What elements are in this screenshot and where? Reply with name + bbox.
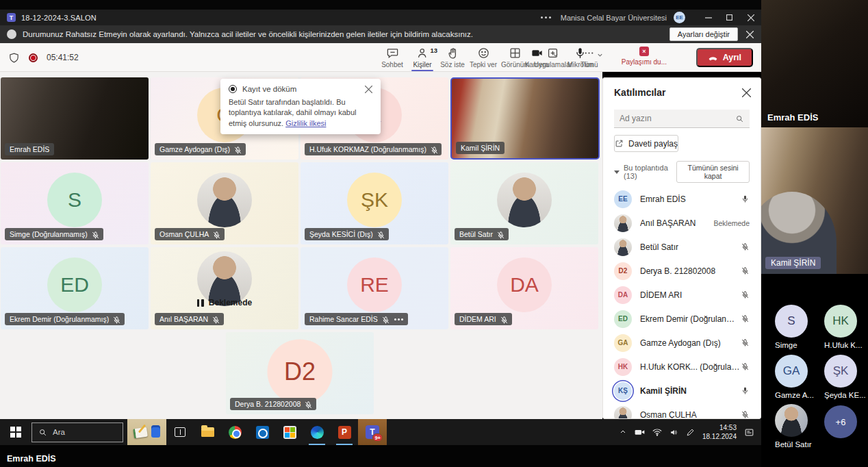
participant-row[interactable]: HK H.Ufuk KORK... (Doğrulanmamış) — [603, 355, 761, 379]
sidebar-thumb-betul[interactable]: Betül Satır — [775, 404, 824, 449]
avatar: D2 — [268, 339, 333, 404]
taskbar-app-edge[interactable] — [303, 419, 331, 445]
action-center-icon[interactable] — [744, 427, 754, 438]
waiting-status: Beklemede — [713, 219, 750, 227]
avatar: S — [775, 305, 808, 338]
stop-sharing-button[interactable]: × Paylaşımı du... — [622, 47, 667, 66]
start-button[interactable] — [0, 419, 31, 445]
camera-chevron-icon[interactable] — [552, 51, 559, 59]
teams-notification-badge: 9+ — [372, 433, 383, 442]
shield-icon[interactable] — [8, 52, 20, 64]
sidebar-video-emrah[interactable]: Emrah EDİS — [761, 0, 868, 127]
leave-button[interactable]: Ayrıl — [696, 48, 753, 67]
close-recording-banner-icon[interactable] — [365, 86, 372, 93]
video-tile-ekrem[interactable]: ED Ekrem Demir (Doğrulanmamış) — [1, 247, 149, 329]
mic-off-icon[interactable] — [741, 266, 750, 275]
close-button[interactable] — [740, 10, 761, 25]
search-input[interactable] — [620, 114, 735, 123]
tab-raise-hand[interactable]: Söz iste — [437, 43, 468, 72]
taskbar-app-powerpoint[interactable]: P — [331, 419, 358, 445]
screen-share-label: Emrah EDİS — [7, 454, 56, 464]
video-tile-seyda[interactable]: ŞK Şeyda KESİCİ (Dış) — [301, 162, 448, 244]
sidebar-thumb-gamze[interactable]: GA Gamze A... — [775, 355, 824, 399]
video-tile-osman[interactable]: Osman ÇULHA — [151, 162, 298, 244]
participant-row[interactable]: Betül Satır — [603, 235, 761, 259]
org-name[interactable]: Manisa Celal Bayar Üniversitesi — [561, 14, 667, 22]
video-tile-betul[interactable]: Betül Satır — [450, 162, 598, 244]
mic-off-icon[interactable] — [741, 362, 750, 371]
tab-label: Tepki ver — [470, 61, 497, 68]
taskbar-app-education[interactable] — [127, 419, 166, 445]
video-tile-emrah[interactable]: Emrah EDİS — [1, 77, 149, 160]
taskbar-search[interactable] — [31, 422, 123, 442]
maximize-button[interactable] — [719, 10, 740, 25]
mic-on-icon[interactable] — [741, 194, 750, 203]
participant-row[interactable]: Osman ÇULHA — [603, 403, 761, 419]
taskbar-app-outlook[interactable] — [248, 419, 276, 445]
taskbar-app-teams-active[interactable]: T 9+ — [358, 419, 387, 445]
video-tile-kamil-active-speaker[interactable]: Kamil ŞİRİN — [450, 77, 600, 160]
tray-chevron-up-icon[interactable] — [619, 428, 627, 436]
avatar: GA — [614, 334, 632, 352]
participant-row[interactable]: KŞ Kamil ŞİRİN — [603, 379, 761, 403]
mute-all-button[interactable]: Tümünün sesini kapat — [676, 161, 750, 183]
tab-react[interactable]: Tepki ver — [468, 43, 499, 72]
sidebar-thumb-overflow[interactable]: +6 — [824, 405, 868, 442]
waiting-status: Beklemede — [151, 298, 298, 307]
mic-off-icon[interactable] — [741, 242, 750, 251]
participant-name: Derya B. 212802008 — [640, 266, 715, 276]
minimize-button[interactable] — [698, 10, 719, 25]
taskbar-clock[interactable]: 14:53 18.12.2024 — [702, 423, 737, 441]
video-tile-anil[interactable]: Beklemede Anıl BAŞARAN — [151, 247, 298, 329]
participant-row[interactable]: Anıl BAŞARAN Beklemede — [603, 211, 761, 235]
video-tile-derya[interactable]: D2 Derya B. 212802008 — [226, 332, 374, 414]
participant-name: Betül Satır — [640, 242, 678, 252]
tray-pen-icon[interactable] — [686, 428, 695, 437]
avatar: S — [47, 173, 102, 227]
sidebar-thumb-simge[interactable]: S Simge — [775, 305, 824, 349]
tray-wifi-icon[interactable] — [652, 428, 662, 436]
profile-avatar[interactable]: EE — [674, 12, 685, 23]
collapse-section-icon[interactable] — [614, 171, 620, 174]
tray-camera-icon[interactable] — [635, 428, 645, 436]
taskbar-search-input[interactable] — [53, 428, 107, 436]
sidebar-thumb-seyda[interactable]: ŞK Şeyda KE... — [824, 355, 868, 399]
microphone-button[interactable]: Mikrofon — [567, 47, 593, 68]
sidebar-thumb-ufuk[interactable]: HK H.Ufuk K... — [824, 305, 868, 349]
thumb-name: H.Ufuk K... — [824, 341, 868, 349]
mic-off-icon[interactable] — [741, 338, 750, 347]
participant-row[interactable]: GA Gamze Aydogan (Dış) — [603, 331, 761, 355]
tab-chat[interactable]: Sohbet — [377, 43, 407, 72]
mic-off-icon[interactable] — [741, 314, 750, 323]
more-options-icon[interactable] — [394, 318, 396, 320]
edge-icon — [311, 426, 324, 439]
participant-row[interactable]: ED Ekrem Demir (Doğrulanmamış) — [603, 307, 761, 331]
microphone-chevron-icon[interactable] — [596, 51, 604, 59]
avatar: ED — [614, 310, 632, 328]
taskbar-app-store[interactable] — [276, 419, 303, 445]
dismiss-banner-icon[interactable] — [738, 31, 761, 38]
taskbar-app-explorer[interactable] — [194, 419, 221, 445]
privacy-policy-link[interactable]: Gizlilik ilkesi — [285, 119, 326, 127]
video-tile-simge[interactable]: S Simge (Doğrulanmamış) — [1, 162, 149, 244]
participant-row[interactable]: D2 Derya B. 212802008 — [603, 259, 761, 283]
change-settings-button[interactable]: Ayarları değiştir — [669, 27, 738, 41]
participant-row[interactable]: DA DİDEM ARI — [603, 283, 761, 307]
taskbar-app-chrome[interactable] — [221, 419, 248, 445]
mic-off-icon[interactable] — [741, 410, 750, 419]
video-tile-didem[interactable]: DA DİDEM ARI — [450, 247, 598, 329]
close-panel-icon[interactable] — [742, 88, 751, 97]
camera-button[interactable]: Kamera — [525, 47, 549, 68]
task-view-button[interactable] — [166, 419, 194, 445]
sidebar-video-kamil[interactable]: Kamil ŞİRİN — [761, 127, 868, 274]
tab-people[interactable]: 13 Kişiler — [407, 43, 437, 72]
participant-search[interactable] — [614, 110, 750, 128]
mic-off-icon[interactable] — [741, 290, 750, 299]
video-tile-rahime[interactable]: RE Rahime Sancar EDİS — [301, 247, 448, 329]
participant-row[interactable]: EE Emrah EDİS — [603, 187, 761, 211]
titlebar-more-icon[interactable] — [541, 16, 543, 18]
mic-on-icon[interactable] — [741, 386, 750, 395]
tray-volume-icon[interactable] — [669, 428, 678, 437]
recording-indicator-icon[interactable] — [29, 53, 38, 62]
share-invite-button[interactable]: Daveti paylaş — [614, 135, 678, 152]
